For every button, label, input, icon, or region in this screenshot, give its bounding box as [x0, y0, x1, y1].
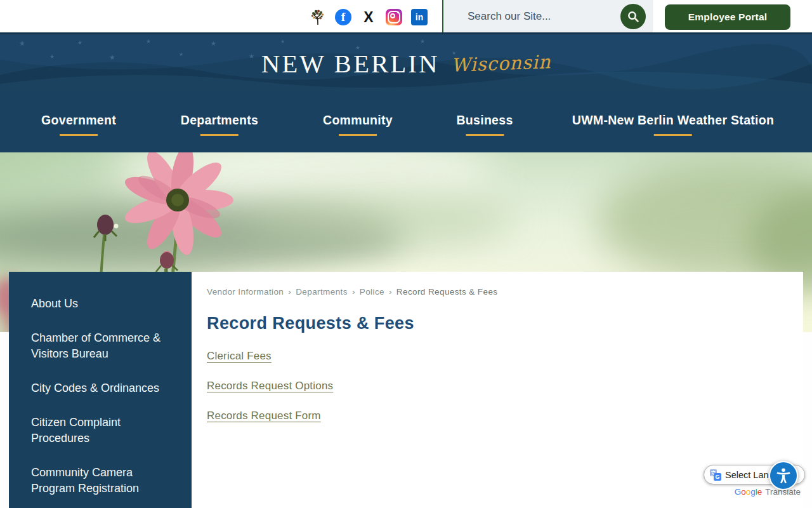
google-translate-icon: G [710, 469, 721, 481]
city-logo[interactable]: NEW BERLIN Wisconsin [0, 34, 812, 92]
state-name: Wisconsin [450, 51, 551, 76]
search-button[interactable] [620, 4, 646, 29]
breadcrumb-separator: › [389, 287, 392, 297]
page-title: Record Requests & Fees [207, 314, 778, 333]
breadcrumb-separator: › [352, 287, 355, 297]
linkedin-icon[interactable]: in [411, 9, 428, 25]
city-name: NEW BERLIN [261, 48, 440, 79]
social-icons-row: f X in [310, 9, 428, 25]
svg-text:G: G [715, 474, 719, 480]
breadcrumb-current-page: Record Requests & Fees [396, 287, 498, 297]
city-tree-icon[interactable] [310, 9, 326, 25]
link-clerical-fees[interactable]: Clerical Fees [207, 350, 778, 363]
employee-portal-button[interactable]: Employee Portal [665, 4, 790, 30]
nav-underline [200, 134, 239, 136]
accessibility-person-icon [775, 467, 792, 485]
breadcrumb: Vendor Information › Departments › Polic… [207, 287, 778, 297]
nav-label: UWM-New Berlin Weather Station [572, 113, 775, 128]
google-translate-branding: GoogleTranslate [735, 487, 801, 497]
instagram-flash-dot [397, 11, 399, 13]
site-header: ★★ ★★ ★★ ★★ ★★ ★★ NEW BERLIN Wisconsin [0, 34, 812, 92]
sidebar-item-city-codes[interactable]: City Codes & Ordinances [31, 380, 169, 396]
link-records-request-options[interactable]: Records Request Options [207, 380, 778, 392]
top-utility-bar: f X in Employee Portal [0, 0, 812, 34]
search-icon [626, 10, 640, 23]
sidebar-item-community-camera[interactable]: Community Camera Program Registration [31, 465, 169, 497]
google-letter: g [750, 487, 756, 497]
nav-underline [339, 134, 377, 136]
instagram-icon[interactable] [386, 9, 402, 25]
main-navigation: Government Departments Community Busines… [0, 92, 812, 152]
google-letter: o [741, 487, 746, 497]
nav-label: Government [41, 113, 116, 128]
nav-item-community[interactable]: Community [323, 92, 393, 136]
sidebar-item-about-us[interactable]: About Us [31, 296, 169, 312]
google-letter: e [757, 487, 763, 497]
nav-label: Community [323, 113, 393, 128]
breadcrumb-police[interactable]: Police [360, 287, 384, 297]
site-search [442, 0, 653, 32]
nav-item-departments[interactable]: Departments [181, 92, 259, 136]
nav-label: Departments [181, 113, 259, 128]
search-input[interactable] [443, 10, 596, 23]
nav-underline [60, 134, 98, 136]
nav-label: Business [456, 113, 513, 128]
x-icon[interactable]: X [360, 9, 377, 25]
google-letter: G [735, 487, 742, 497]
link-records-request-form[interactable]: Records Request Form [207, 410, 778, 422]
hero-treeline [247, 192, 514, 249]
left-sidebar-menu: About Us Chamber of Commerce & Visitors … [9, 272, 192, 508]
nav-item-weather-station[interactable]: UWM-New Berlin Weather Station [572, 92, 775, 136]
nav-underline [654, 134, 692, 136]
main-content: Vendor Information › Departments › Polic… [207, 287, 778, 439]
sidebar-item-citizen-complaint[interactable]: Citizen Complaint Procedures [31, 415, 169, 446]
breadcrumb-separator: › [288, 287, 291, 297]
breadcrumb-departments[interactable]: Departments [296, 287, 348, 297]
instagram-lens [390, 13, 395, 18]
nav-underline [466, 134, 504, 136]
accessibility-widget-button[interactable] [769, 461, 798, 490]
nav-item-government[interactable]: Government [41, 92, 116, 136]
content-panel: About Us Chamber of Commerce & Visitors … [9, 272, 803, 508]
facebook-icon[interactable]: f [335, 9, 351, 25]
breadcrumb-vendor-information[interactable]: Vendor Information [207, 287, 284, 297]
document-links: Clerical Fees Records Request Options Re… [207, 350, 778, 422]
nav-item-business[interactable]: Business [456, 92, 513, 136]
sidebar-item-chamber-of-commerce[interactable]: Chamber of Commerce & Visitors Bureau [31, 330, 169, 362]
